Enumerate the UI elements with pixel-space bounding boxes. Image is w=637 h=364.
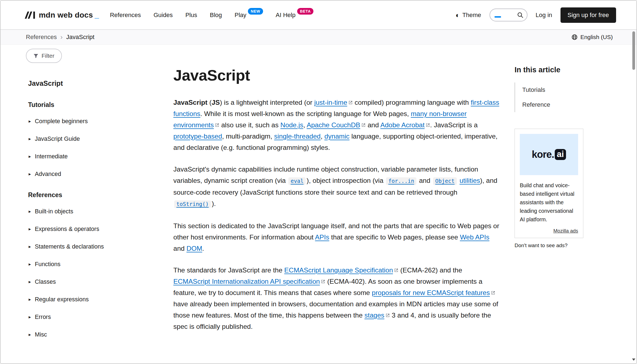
code-link[interactable]: eval	[288, 177, 306, 185]
sidebar-item-label[interactable]: Functions	[35, 261, 60, 268]
filter-icon	[33, 53, 39, 59]
sidebar-item-errors[interactable]: ▶Errors	[29, 314, 173, 321]
ad-image[interactable]: kore.ai	[520, 134, 578, 175]
inline-link[interactable]: Web APIs	[460, 233, 489, 241]
nav-item-guides[interactable]: Guides	[154, 12, 173, 19]
sidebar-item-intermediate[interactable]: ▶Intermediate	[29, 153, 173, 160]
nav-item-label: Plus	[185, 12, 197, 19]
disclosure-triangle-icon: ▶	[29, 245, 31, 248]
sidebar-item-label[interactable]: JavaScript Guide	[35, 136, 80, 142]
inline-link[interactable]: proposals for new ECMAScript features	[372, 289, 495, 296]
external-link-icon	[321, 279, 325, 284]
disclosure-triangle-icon: ▶	[29, 228, 31, 231]
scrollbar-thumb[interactable]	[632, 31, 635, 70]
disclosure-triangle-icon: ▶	[29, 120, 31, 123]
article-paragraph: This section is dedicated to the JavaScr…	[173, 220, 499, 254]
sidebar-item-label[interactable]: Regular expressions	[35, 296, 89, 303]
disclosure-triangle-icon: ▶	[29, 210, 31, 213]
disclosure-triangle-icon: ▶	[29, 333, 31, 336]
sidebar-item-javascript-guide[interactable]: ▶JavaScript Guide	[29, 136, 173, 142]
code-link[interactable]: for...in	[386, 177, 416, 185]
sidebar-item-regular-expressions[interactable]: ▶Regular expressions	[29, 296, 173, 303]
ad-box: kore.ai Build chat and voice-based intel…	[515, 129, 583, 238]
toc-link-reference[interactable]: Reference	[515, 97, 583, 112]
ad-text[interactable]: Build chat and voice-based intelligent v…	[520, 181, 578, 224]
theme-label: Theme	[462, 12, 481, 19]
inline-link[interactable]: DOM	[187, 245, 202, 252]
inline-link[interactable]: Node.js	[280, 121, 303, 129]
sidebar-item-label[interactable]: Statements & declarations	[35, 243, 104, 250]
nav-item-blog[interactable]: Blog	[210, 12, 222, 19]
article-paragraph: The standards for JavaScript are the ECM…	[173, 264, 499, 332]
sidebar-item-functions[interactable]: ▶Functions	[29, 261, 173, 268]
filter-label: Filter	[42, 53, 54, 59]
sidebar-item-misc[interactable]: ▶Misc	[29, 331, 173, 338]
language-label: English (US)	[580, 34, 613, 40]
sidebar-item-label[interactable]: Errors	[35, 314, 51, 321]
inline-link[interactable]: ECMAScript Internationalization API spec…	[173, 278, 325, 285]
language-switcher[interactable]: English (US)	[571, 34, 613, 40]
sidebar-item-label[interactable]: Intermediate	[35, 153, 68, 160]
disclosure-triangle-icon: ▶	[29, 137, 31, 140]
sidebar-item-label[interactable]: Misc	[35, 331, 47, 338]
login-link[interactable]: Log in	[536, 12, 552, 19]
sidebar-item-label[interactable]: Built-in objects	[35, 208, 73, 215]
sidebar-item-label[interactable]: Expressions & operators	[35, 226, 99, 233]
inline-link[interactable]: utilities	[460, 177, 480, 184]
inline-link[interactable]: dynamic	[324, 133, 349, 140]
ad-attribution-link[interactable]: Mozilla ads	[520, 228, 578, 234]
inline-link[interactable]: just-in-time	[314, 99, 353, 106]
toc-item-reference: Reference	[515, 97, 583, 112]
nav-item-plus[interactable]: Plus	[185, 12, 197, 19]
disclosure-triangle-icon: ▶	[29, 316, 31, 319]
toc-list: TutorialsReference	[515, 82, 583, 112]
external-link-icon	[361, 123, 366, 127]
inline-link[interactable]: single-threaded	[274, 133, 321, 140]
inline-link[interactable]: APIs	[315, 233, 329, 241]
disclosure-triangle-icon: ▶	[29, 263, 31, 266]
sidebar-item-label[interactable]: Advanced	[35, 171, 61, 178]
ad-optout-link[interactable]: Don't want to see ads?	[515, 242, 568, 249]
page: mdn web docs_ ReferencesGuidesPlusBlogPl…	[0, 0, 637, 364]
search-input[interactable]	[490, 9, 527, 21]
main-nav: ReferencesGuidesPlusBlogPlayNEWAI HelpBE…	[110, 12, 313, 19]
inline-link[interactable]: prototype-based	[173, 133, 222, 140]
breadcrumb-item-javascript[interactable]: JavaScript	[66, 34, 95, 41]
sidebar-list-references: ▶Built-in objects▶Expressions & operator…	[29, 208, 173, 338]
disclosure-triangle-icon: ▶	[29, 280, 31, 283]
nav-item-ai-help[interactable]: AI HelpBETA	[276, 12, 314, 19]
breadcrumb-item-references[interactable]: References	[26, 34, 57, 41]
sidebar-list-tutorials: ▶Complete beginners▶JavaScript Guide▶Int…	[29, 118, 173, 178]
nav-item-play[interactable]: PlayNEW	[235, 12, 263, 19]
nav-badge-beta: BETA	[297, 8, 313, 15]
nav-item-label: AI Help	[276, 12, 296, 19]
sidebar-item-expressions-operators[interactable]: ▶Expressions & operators	[29, 226, 173, 233]
inline-link[interactable]: stages	[365, 311, 390, 319]
search-icon[interactable]	[517, 12, 524, 18]
ad-brand-text: kore.	[532, 149, 554, 160]
inline-link[interactable]: Apache CouchDB	[307, 121, 366, 129]
nav-item-label: Blog	[210, 12, 222, 19]
signup-button[interactable]: Sign up for free	[561, 7, 616, 23]
scrollbar-down-arrow-icon[interactable]	[632, 359, 635, 361]
content-layout: Filter JavaScript Tutorials▶Complete beg…	[1, 45, 636, 363]
sidebar-item-complete-beginners[interactable]: ▶Complete beginners	[29, 118, 173, 125]
sidebar-item-built-in-objects[interactable]: ▶Built-in objects	[29, 208, 173, 215]
toc-link-tutorials[interactable]: Tutorials	[515, 82, 583, 97]
sidebar-item-classes[interactable]: ▶Classes	[29, 278, 173, 285]
inline-link[interactable]: Adobe Acrobat	[380, 121, 430, 129]
sidebar-item-label[interactable]: Complete beginners	[35, 118, 88, 125]
filter-button[interactable]: Filter	[26, 49, 62, 63]
sidebar-item-label[interactable]: Classes	[35, 278, 56, 285]
theme-toggle[interactable]: ◐ Theme	[455, 12, 481, 19]
sidebar-item-statements-declarations[interactable]: ▶Statements & declarations	[29, 243, 173, 250]
code-link[interactable]: toString()	[174, 200, 211, 208]
sidebar-item-advanced[interactable]: ▶Advanced	[29, 171, 173, 178]
external-link-icon	[386, 313, 390, 318]
nav-item-references[interactable]: References	[110, 12, 141, 19]
mdn-logo[interactable]: mdn web docs_	[25, 11, 99, 20]
inline-link[interactable]: ECMAScript Language Specification	[284, 266, 398, 274]
external-link-icon	[215, 123, 219, 127]
code-link[interactable]: Object	[433, 177, 457, 185]
scrollbar[interactable]	[632, 31, 636, 361]
